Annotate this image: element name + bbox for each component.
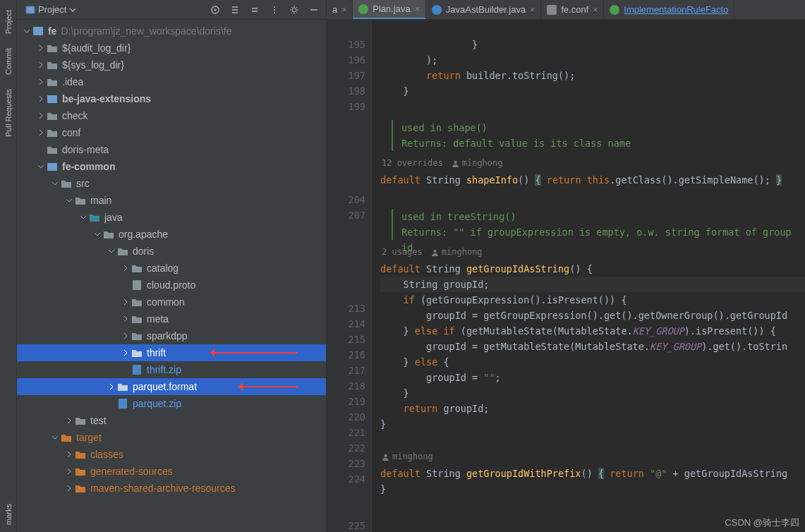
tree-module[interactable]: fe-common xyxy=(17,158,326,175)
left-rail: Project Commit Pull Requests marks xyxy=(0,0,17,532)
module-icon xyxy=(47,93,58,104)
tree-item-label: ${audit_log_dir} xyxy=(62,42,131,54)
rail-pull-requests[interactable]: Pull Requests xyxy=(3,82,14,144)
tree-package-parquet[interactable]: parquet.format xyxy=(17,378,326,395)
tree-folder[interactable]: ${sys_log_dir} xyxy=(17,56,326,73)
archive-icon xyxy=(131,364,143,375)
svg-rect-11 xyxy=(133,365,141,375)
tree-package[interactable]: sparkdpp xyxy=(17,327,326,344)
usages-hint[interactable]: 2 usagesminghong xyxy=(382,244,805,260)
editor-tabs: a× Plan.java× JavaAstBuilder.java× fe.co… xyxy=(327,0,805,20)
svg-rect-12 xyxy=(119,399,127,409)
project-tree[interactable]: fe D:\program\jz_new_workspace\doris\fe … xyxy=(17,20,326,532)
tab-feconf[interactable]: fe.conf× xyxy=(541,0,604,19)
tree-package[interactable]: doris xyxy=(17,243,326,260)
package-icon xyxy=(103,229,114,240)
project-icon xyxy=(25,5,35,15)
svg-rect-7 xyxy=(33,27,43,35)
project-panel-header: Project xyxy=(17,0,326,20)
class-icon xyxy=(432,5,442,15)
tree-excluded-folder[interactable]: maven-shared-archive-resources xyxy=(17,480,326,497)
code-editor[interactable]: 195 196 197 198 199 204 207 213 214 21 xyxy=(327,20,805,532)
tab-plan[interactable]: Plan.java× xyxy=(353,0,426,19)
tree-folder[interactable]: .idea xyxy=(17,73,326,90)
tree-file[interactable]: parquet.zip xyxy=(17,395,326,412)
expand-all-icon[interactable] xyxy=(227,2,243,18)
tree-folder[interactable]: conf xyxy=(17,124,326,141)
archive-icon xyxy=(117,398,128,409)
svg-point-15 xyxy=(384,454,387,457)
tab-implfactory[interactable]: ImplementationRuleFacto xyxy=(604,0,734,19)
hide-panel-icon[interactable] xyxy=(306,2,322,18)
annotation-arrow xyxy=(241,386,298,387)
tree-excluded-folder[interactable]: generated-sources xyxy=(17,463,326,480)
watermark: CSDN @骑士李四 xyxy=(725,516,799,529)
doc-hint: used in shape() Returns: default value i… xyxy=(392,120,805,151)
tree-folder[interactable]: src xyxy=(17,175,326,192)
close-icon[interactable]: × xyxy=(415,4,420,14)
gutter: 195 196 197 198 199 204 207 213 214 21 xyxy=(327,20,372,532)
tree-package[interactable]: meta xyxy=(17,310,326,327)
interface-icon xyxy=(610,5,619,15)
module-icon xyxy=(47,161,58,172)
svg-rect-9 xyxy=(47,163,57,171)
usages-hint[interactable]: minghong xyxy=(382,449,805,464)
more-icon[interactable] xyxy=(267,2,282,18)
excluded-folder-icon xyxy=(61,432,72,443)
tree-item-path: D:\program\jz_new_workspace\doris\fe xyxy=(61,25,231,37)
svg-rect-8 xyxy=(47,95,57,103)
gear-icon[interactable] xyxy=(286,2,302,18)
chevron-down-icon xyxy=(21,25,32,37)
svg-rect-0 xyxy=(26,6,35,13)
usages-hint[interactable]: 12 overridesminghong xyxy=(382,155,805,171)
tree-folder[interactable]: ${audit_log_dir} xyxy=(17,40,326,56)
tree-folder[interactable]: test xyxy=(17,412,326,429)
module-icon xyxy=(32,25,44,37)
tree-package[interactable]: org.apache xyxy=(17,226,326,243)
tree-source-folder[interactable]: java xyxy=(17,209,326,226)
tree-excluded-folder[interactable]: target xyxy=(17,429,326,446)
collapse-all-icon[interactable] xyxy=(247,2,262,18)
tree-module-root[interactable]: fe D:\program\jz_new_workspace\doris\fe xyxy=(17,23,326,40)
chevron-right-icon xyxy=(35,42,47,54)
svg-point-3 xyxy=(274,6,275,8)
rail-commit[interactable]: Commit xyxy=(3,41,14,82)
annotation-arrow xyxy=(213,352,298,353)
project-view-selector[interactable]: Project xyxy=(21,3,80,16)
file-icon xyxy=(547,5,557,15)
source-folder-icon xyxy=(89,212,100,223)
rail-bookmarks[interactable]: marks xyxy=(3,497,14,532)
folder-icon xyxy=(47,42,58,54)
chevron-down-icon xyxy=(69,6,76,13)
tree-package[interactable]: catalog xyxy=(17,260,326,277)
tree-file[interactable]: cloud.proto xyxy=(17,277,326,294)
interface-icon xyxy=(358,4,368,14)
svg-point-5 xyxy=(274,12,275,13)
svg-point-4 xyxy=(274,9,275,11)
close-icon[interactable]: × xyxy=(341,5,346,15)
project-panel: Project fe D:\program\jz_new_workspace\d… xyxy=(17,0,327,532)
editor-pane: a× Plan.java× JavaAstBuilder.java× fe.co… xyxy=(327,0,805,532)
tab-a[interactable]: a× xyxy=(327,0,353,19)
tree-excluded-folder[interactable]: classes xyxy=(17,446,326,463)
tree-item-label: fe xyxy=(48,25,56,37)
tree-module[interactable]: be-java-extensions xyxy=(17,90,326,107)
tree-package[interactable]: common xyxy=(17,294,326,310)
tree-folder[interactable]: doris-meta xyxy=(17,141,326,158)
doc-hint: used in treeString() Returns: "" if grou… xyxy=(392,209,805,240)
tree-folder[interactable]: main xyxy=(17,192,326,209)
select-opened-file-icon[interactable] xyxy=(207,2,223,18)
author-icon xyxy=(452,159,459,167)
tree-folder[interactable]: check xyxy=(17,107,326,124)
tab-javaast[interactable]: JavaAstBuilder.java× xyxy=(426,0,541,19)
panel-title-label: Project xyxy=(38,4,66,15)
svg-rect-10 xyxy=(133,280,141,290)
svg-point-6 xyxy=(292,8,296,12)
file-icon xyxy=(131,279,143,291)
close-icon[interactable]: × xyxy=(530,5,535,15)
tree-package-thrift[interactable]: thrift xyxy=(17,344,326,361)
tree-file[interactable]: thrift.zip xyxy=(17,361,326,378)
rail-project[interactable]: Project xyxy=(3,3,14,41)
code-area[interactable]: } ); return builder.toString(); } used i… xyxy=(372,20,805,532)
close-icon[interactable]: × xyxy=(593,5,598,15)
